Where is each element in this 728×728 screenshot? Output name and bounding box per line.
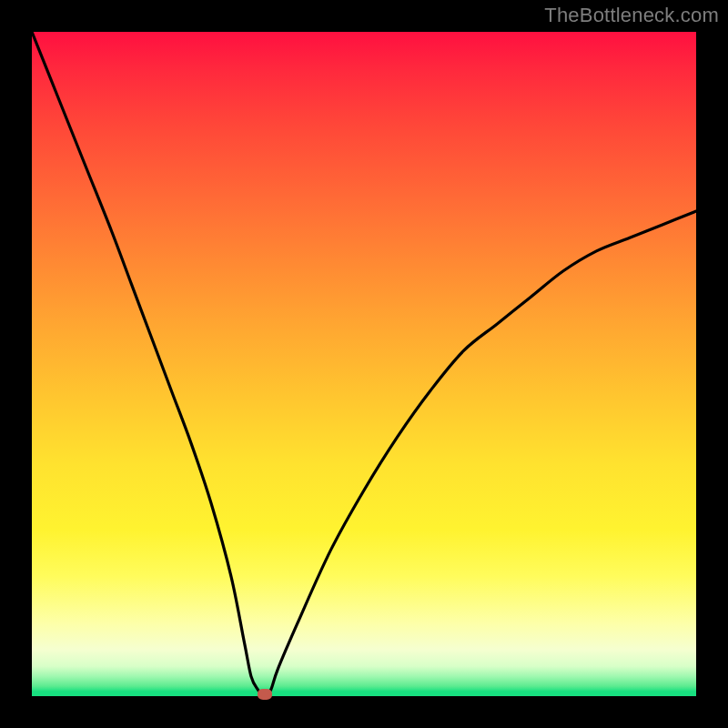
curve-path [32,32,696,696]
minimum-marker [258,689,272,700]
bottleneck-curve [32,32,696,696]
watermark-text: TheBottleneck.com [544,4,719,27]
chart-frame: TheBottleneck.com [0,0,728,728]
chart-plot-area [32,32,696,696]
